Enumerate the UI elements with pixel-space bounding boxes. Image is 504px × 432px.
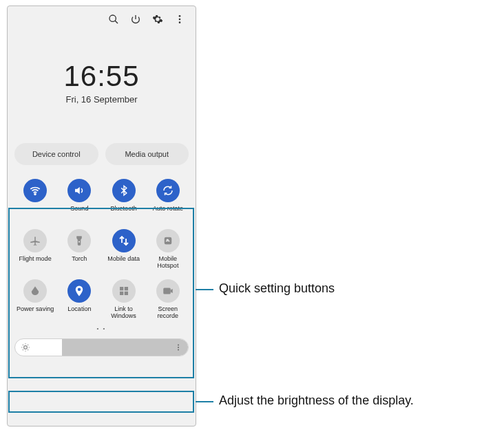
qs-item-wifi	[14, 179, 56, 219]
brightness-icon	[21, 343, 30, 352]
windows-icon	[118, 285, 130, 297]
svg-point-5	[34, 193, 36, 195]
hotspot-icon	[162, 235, 174, 247]
page-indicator: • •	[8, 325, 196, 332]
qs-label: Mobile data	[107, 256, 140, 270]
svg-point-24	[178, 349, 179, 351]
qs-item-flightmode: Flight mode	[14, 229, 56, 270]
bluetooth-icon	[118, 184, 130, 197]
top-icon-row	[8, 6, 196, 28]
svg-line-18	[23, 345, 23, 345]
qs-label: Screen recorde	[147, 306, 189, 320]
annotation-leader-brightness	[196, 401, 213, 402]
brightness-more-icon[interactable]	[174, 343, 182, 352]
brightness-track-fill	[62, 339, 188, 356]
data-icon	[118, 235, 130, 247]
gear-icon[interactable]	[151, 13, 164, 25]
autorotate-toggle[interactable]	[156, 179, 180, 202]
svg-point-23	[178, 347, 179, 348]
wifi-toggle[interactable]	[23, 179, 47, 202]
qs-label: Location	[67, 306, 91, 320]
qs-item-screenrecord: Screen recorde	[147, 279, 189, 320]
linkwindows-toggle[interactable]	[112, 279, 136, 303]
svg-line-19	[28, 349, 28, 350]
clock-date: Fri, 16 September	[8, 94, 196, 105]
annotation-label-brightness: Adjust the brightness of the display.	[219, 393, 414, 408]
brightness-slider[interactable]	[14, 338, 189, 356]
media-output-button[interactable]: Media output	[105, 143, 189, 165]
qs-label: Torch	[72, 256, 87, 270]
bluetooth-toggle[interactable]	[112, 179, 136, 202]
qs-item-autorotate: Auto rotate	[147, 179, 189, 219]
chip-label: Media output	[125, 150, 169, 158]
pin-icon	[73, 285, 85, 297]
annotation-label-qs: Quick setting buttons	[219, 281, 335, 296]
svg-point-2	[179, 15, 181, 17]
torch-toggle[interactable]	[67, 229, 91, 252]
sound-toggle[interactable]	[67, 179, 91, 202]
more-icon[interactable]	[174, 13, 186, 25]
clock-time: 16:55	[8, 60, 196, 93]
qs-item-sound: Sound	[59, 179, 100, 219]
svg-point-0	[109, 15, 116, 21]
svg-line-1	[115, 21, 118, 23]
svg-rect-10	[120, 292, 123, 295]
qs-label: Sound	[70, 206, 88, 219]
torch-icon	[73, 235, 85, 247]
qs-item-linkwindows: Link to Windows	[103, 279, 145, 320]
qs-item-hotspot: Mobile Hotspot	[147, 229, 189, 270]
svg-line-21	[28, 345, 28, 345]
qs-item-powersaving: Power saving	[14, 279, 56, 320]
svg-rect-8	[120, 287, 123, 290]
qs-item-location: Location	[59, 279, 100, 320]
qs-item-torch: Torch	[59, 229, 100, 270]
qs-label: Flight mode	[19, 256, 52, 270]
qs-label: Mobile Hotspot	[147, 256, 189, 270]
chip-label: Device control	[32, 150, 81, 158]
quick-settings-grid: SoundBluetoothAuto rotateFlight modeTorc…	[13, 175, 190, 324]
plane-icon	[29, 235, 41, 247]
chip-row: Device control Media output	[8, 143, 196, 165]
svg-point-6	[78, 241, 80, 243]
flightmode-toggle[interactable]	[23, 229, 47, 252]
record-icon	[162, 285, 174, 297]
leaf-icon	[29, 285, 41, 297]
qs-item-mobiledata: Mobile data	[103, 229, 145, 270]
svg-rect-11	[124, 292, 127, 295]
wifi-icon	[29, 184, 41, 197]
svg-point-4	[179, 21, 181, 23]
svg-line-20	[23, 349, 23, 350]
svg-rect-12	[163, 288, 171, 294]
location-toggle[interactable]	[67, 279, 91, 303]
svg-point-22	[178, 345, 179, 346]
phone-frame: 16:55 Fri, 16 September Device control M…	[7, 6, 196, 426]
svg-rect-9	[124, 287, 127, 290]
clock-block: 16:55 Fri, 16 September	[8, 60, 196, 105]
volume-icon	[73, 184, 85, 197]
qs-label: Link to Windows	[103, 306, 145, 320]
qs-label: Bluetooth	[111, 206, 137, 219]
qs-label: Power saving	[17, 306, 54, 320]
svg-point-13	[24, 346, 28, 349]
mobiledata-toggle[interactable]	[112, 229, 136, 252]
power-icon[interactable]	[129, 13, 142, 25]
powersaving-toggle[interactable]	[23, 279, 47, 303]
hotspot-toggle[interactable]	[156, 229, 180, 252]
annotation-leader-qs	[196, 289, 213, 290]
qs-item-bluetooth: Bluetooth	[103, 179, 145, 219]
screenrecord-toggle[interactable]	[156, 279, 180, 303]
search-icon[interactable]	[107, 13, 120, 25]
device-control-button[interactable]: Device control	[14, 143, 98, 165]
qs-label: Auto rotate	[153, 206, 183, 219]
rotate-icon	[162, 184, 174, 197]
svg-point-3	[179, 19, 181, 21]
